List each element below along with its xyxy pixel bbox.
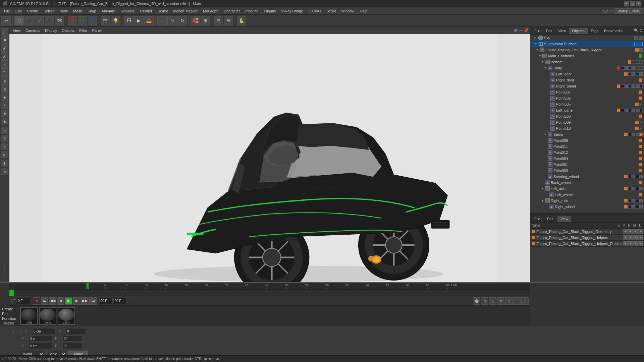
tree-item-point005[interactable]: N Point005 ▼ [530,101,644,107]
rpanel-settings-icon[interactable]: ⚙ [639,28,643,33]
b-input[interactable] [62,343,83,349]
menu-render[interactable]: Render [138,8,155,14]
record-button[interactable]: ⏺ [33,297,40,305]
left-tool-15[interactable]: ◁ [1,143,8,150]
anim-icon-2[interactable]: ⊕ [481,297,488,305]
end-button[interactable]: ⏭ [89,297,97,305]
menu-vray[interactable]: V-Ray Bridge [279,8,306,14]
left-tool-11[interactable]: ⊕ [1,110,8,117]
maximize-button[interactable]: □ [630,1,635,6]
tree-item-point011[interactable]: N Point011 [530,143,644,149]
tree-expand-bottom[interactable]: ▼ [541,60,545,64]
quantize-button[interactable]: ⊞ [201,16,210,25]
menu-character[interactable]: Character [221,8,243,14]
tree-expand-mainctrl[interactable]: ▼ [538,54,542,58]
rpanel-tab-file[interactable]: File [532,28,543,34]
prev-frame-button[interactable]: ◀ [57,297,64,305]
end-frame-input[interactable] [99,298,113,304]
mat-create-label[interactable]: Create [2,307,16,311]
camera-button[interactable]: 📷 [101,16,110,25]
left-tool-18[interactable]: ⊜ [1,168,8,175]
prev-key-button[interactable]: ◀◀ [49,297,56,305]
p-input[interactable] [62,336,83,342]
menu-file[interactable]: File [1,8,13,14]
model-mode-button[interactable]: ⬡ [14,16,24,25]
vp-sync-icon[interactable]: ↔ [519,28,523,33]
menu-select[interactable]: Select [41,8,57,14]
brush-tool[interactable]: ✱ [1,36,8,44]
menu-snap[interactable]: Snap [85,8,99,14]
vp-menu-options[interactable]: Options [60,28,76,33]
anim-icon-7[interactable]: ⊞ [521,297,529,305]
tree-item-body[interactable]: ▼ Body [530,65,644,71]
mat-thumb-body[interactable]: body [20,307,38,325]
menu-3dtoall[interactable]: 3DToAll [306,8,324,14]
mat-thumb-salon[interactable]: salon [58,307,75,325]
anim-icon-1[interactable]: ⬤ [473,297,480,305]
tree-item-leftdoor[interactable]: Left_door [530,71,644,77]
tree-expand-body[interactable]: ▼ [544,66,548,70]
polygon-mode-button[interactable]: ⬛ [45,16,54,25]
rpanel-tab-objects[interactable]: Objects [569,28,587,34]
vp-menu-display[interactable]: Display [43,28,59,33]
menu-animate[interactable]: Animate [99,8,118,14]
tree-item-point012[interactable]: N Point012 [530,149,644,156]
tree-item-rightaxis[interactable]: ▼ Right_axis [530,198,644,204]
menu-plugins[interactable]: Plugins [261,8,278,14]
br-tab-edit[interactable]: Edit [544,216,556,222]
vp-pin-icon[interactable]: 📌 [524,28,529,33]
layer-button[interactable]: ☰ [224,16,233,25]
render-button[interactable]: ▶ [134,16,144,25]
vp-menu-cameras[interactable]: Cameras [23,28,43,33]
timeline-track[interactable] [9,290,530,296]
tree-expand-rightaxis[interactable]: ▼ [541,199,545,202]
next-frame-button[interactable]: ▶ [73,297,80,305]
scene-tree[interactable]: ▷ Sky ▼ [530,35,644,213]
obj-row-2[interactable]: Future_Racing_Car_Black_Rigged_Helpers ●… [530,235,644,241]
mat-function-label[interactable]: Function [2,316,16,320]
tree-item-point009[interactable]: N Point009 ▼ [530,119,644,125]
tree-item-point007[interactable]: N Point007 [530,89,644,95]
br-tab-view[interactable]: View [557,216,572,222]
render-to-po-button[interactable]: 📤 [144,16,154,25]
light-button[interactable]: 💡 [111,16,120,25]
spline-tool[interactable]: 〜 [1,68,8,76]
frame-input[interactable] [17,298,30,304]
left-tool-12[interactable]: ⊗ [1,118,8,125]
tree-expand-sky[interactable]: ▷ [534,36,538,40]
left-tool-13[interactable]: △ [1,127,8,134]
tree-item-point002[interactable]: N Point002 [530,95,644,101]
menu-sculpt[interactable]: Sculpt [155,8,171,14]
sculpt-tool[interactable]: 🖊 [1,52,8,60]
left-tool-16[interactable]: ▷ [1,151,8,158]
h-input[interactable] [66,328,86,334]
menu-pipeline[interactable]: Pipeline [243,8,261,14]
y-input[interactable] [29,336,52,342]
tree-item-salon[interactable]: ▼ Salon [530,131,644,137]
tree-item-bottom[interactable]: ▼ Bottom [530,59,644,65]
left-tool-8[interactable]: ⊡ [1,85,8,93]
menu-mesh[interactable]: Mesh [70,8,85,14]
edge-mode-button[interactable]: ⟋ [35,16,44,25]
vp-menu-panel[interactable]: Panel [90,28,104,33]
scale-tool-button[interactable]: ⇲ [167,16,177,25]
python-button[interactable]: 🐍 [237,16,246,25]
select-tool[interactable]: ⬚ [1,28,8,36]
tree-expand-salon[interactable]: ▼ [544,133,548,136]
mat-edit-label[interactable]: Edit [2,312,16,316]
fps-input[interactable] [113,298,127,304]
texture-mode-button[interactable]: 🗺 [55,16,64,25]
display-button[interactable]: ⊟ [214,16,223,25]
tree-item-subdiv[interactable]: ▼ Subdivision Surface [530,41,644,47]
tree-item-leftpanel[interactable]: Left_panel [530,107,644,113]
axis-x-button[interactable]: X [68,16,77,25]
x-input[interactable] [32,328,56,334]
menu-window[interactable]: Window [338,8,357,14]
point-mode-button[interactable]: ⚫ [24,16,34,25]
menu-motion-tracker[interactable]: Motion Tracker [170,8,200,14]
move-tool-button[interactable]: ↕ [157,16,167,25]
mat-texture-label[interactable]: Texture [2,321,16,325]
undo-button[interactable]: ↩ [1,16,11,25]
tree-item-car[interactable]: ▼ Future_Racing_Car_Black_Rigged [530,47,644,53]
rpanel-tab-edit[interactable]: Edit [543,28,555,34]
